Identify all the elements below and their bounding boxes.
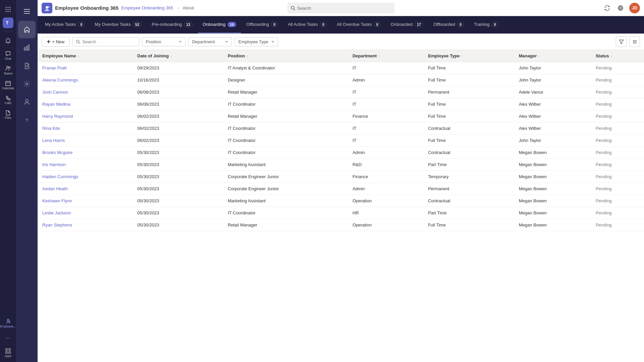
tab-my-active[interactable]: My Active Tasks 0: [40, 16, 89, 34]
breadcrumb-current: About: [183, 5, 194, 10]
doc-side-icon[interactable]: [18, 57, 36, 74]
tab-training[interactable]: Training 0: [469, 16, 503, 34]
cell-manager: Adele Vance: [514, 86, 591, 98]
col-department[interactable]: Department↑: [348, 50, 423, 62]
teams-people-icon[interactable]: Teams: [1, 63, 15, 77]
cell-date: 06/06/2023: [133, 98, 223, 110]
cell-emp_type: Full Time: [423, 74, 514, 86]
position-filter[interactable]: Position: [142, 37, 186, 46]
cell-name[interactable]: Brooks Mcguire: [38, 147, 133, 159]
search-box[interactable]: [72, 37, 139, 46]
col-manager[interactable]: Manager↑: [514, 50, 591, 62]
user-avatar[interactable]: JD: [629, 3, 640, 13]
svg-rect-23: [28, 45, 29, 50]
calendar-nav-icon[interactable]: Calendar: [1, 78, 15, 92]
cell-name[interactable]: Haiden Cummings: [38, 171, 133, 183]
cell-name[interactable]: Lena Harris: [38, 135, 133, 147]
svg-line-35: [79, 42, 80, 43]
tab-badge: 17: [414, 22, 423, 27]
more-apps-icon[interactable]: ···: [1, 331, 15, 345]
tab-pre-onboarding[interactable]: Pre-onboarding 13: [147, 16, 197, 34]
cell-emp_type: Full Time: [423, 98, 514, 110]
grid-dots-icon[interactable]: [1, 3, 15, 16]
sort-arrow-status: ↑: [610, 54, 612, 58]
tab-onboarding[interactable]: Onboarding 16: [198, 16, 241, 34]
breadcrumb-link[interactable]: Employee Onboarding 365: [121, 5, 173, 10]
cell-name[interactable]: Rina Kite: [38, 122, 133, 135]
tab-badge: 0: [271, 22, 278, 27]
activity-nav-icon[interactable]: [1, 34, 15, 47]
svg-point-2: [10, 7, 11, 8]
cell-name[interactable]: Rayan Medina: [38, 98, 133, 110]
cell-position: IT Coordinator: [223, 147, 348, 159]
cell-department: Admin: [348, 183, 423, 195]
help-side-icon[interactable]: ?: [18, 111, 36, 129]
cell-name[interactable]: Iris Harrison: [38, 159, 133, 171]
cell-emp_type: Contractual: [423, 195, 514, 207]
cell-department: Finance: [348, 171, 423, 183]
analytics-side-icon[interactable]: [18, 39, 36, 56]
app-logo-icon: [42, 3, 52, 13]
tab-all-overdue[interactable]: All Overdue Tasks 0: [332, 16, 385, 34]
col-date[interactable]: Date of Joining↑: [133, 50, 223, 62]
files-nav-icon[interactable]: Files: [1, 108, 15, 121]
calls-nav-icon[interactable]: Calls: [1, 93, 15, 106]
table-row: Leslie Jackson05/30/2023IT CoordinatorHR…: [38, 207, 644, 219]
cell-status: Pending: [591, 159, 644, 171]
tab-label: My Active Tasks: [45, 22, 76, 27]
employee-type-filter[interactable]: Employee Type: [235, 37, 278, 46]
cell-name[interactable]: Aleena Cummings: [38, 74, 133, 86]
search-input[interactable]: [82, 39, 129, 44]
cell-name[interactable]: Harry Raymond: [38, 110, 133, 122]
hamburger-nav-icon[interactable]: [18, 3, 36, 20]
svg-line-30: [294, 9, 295, 10]
cell-name[interactable]: Aedan Heath: [38, 183, 133, 195]
cell-name[interactable]: Keshawn Flynn: [38, 195, 133, 207]
table-row: Haiden Cummings05/30/2023Corporate Engin…: [38, 171, 644, 183]
tab-my-overdue[interactable]: My Overdue Tasks 52: [90, 16, 146, 34]
tab-label: My Overdue Tasks: [95, 22, 131, 27]
table-row: Pranav Pratt09/29/2023IT Analyst & Coord…: [38, 62, 644, 74]
globe-icon[interactable]: [616, 3, 625, 13]
new-button[interactable]: + New: [42, 37, 69, 47]
list-view-button[interactable]: [629, 36, 640, 47]
home-side-icon[interactable]: [18, 21, 36, 38]
cell-name[interactable]: Josh Cannon: [38, 86, 133, 98]
filter-icon-button[interactable]: [616, 36, 627, 47]
apps-icon[interactable]: Apps: [1, 346, 15, 359]
col-position[interactable]: Position↑: [223, 50, 348, 62]
refresh-icon[interactable]: [602, 3, 612, 13]
svg-point-0: [6, 7, 7, 8]
teams-logo-icon[interactable]: T: [3, 17, 13, 28]
department-filter[interactable]: Department: [188, 37, 232, 46]
cell-department: R&D: [348, 159, 423, 171]
tab-onboarded[interactable]: Onboarded 17: [386, 16, 428, 34]
chat-nav-icon[interactable]: Chat: [1, 49, 15, 62]
col-name[interactable]: Employee Name↑: [38, 50, 133, 62]
cell-emp_type: Temporary: [423, 171, 514, 183]
employee-onboarding-nav-icon[interactable]: Employee...: [1, 316, 15, 330]
global-search-bar[interactable]: Search: [287, 3, 395, 13]
cell-name[interactable]: Ryan Stephens: [38, 219, 133, 231]
cell-emp_type: Full Time: [423, 219, 514, 231]
cell-name[interactable]: Leslie Jackson: [38, 207, 133, 219]
svg-point-7: [8, 11, 9, 12]
cell-emp_type: Contractual: [423, 147, 514, 159]
cell-manager: Megan Bowen: [514, 159, 591, 171]
settings-side-icon[interactable]: [18, 75, 36, 93]
svg-rect-15: [9, 348, 10, 350]
col-emp_type[interactable]: Employee Type↑: [423, 50, 514, 62]
col-status[interactable]: Status↑: [591, 50, 644, 62]
cell-position: Corporate Engineer Junior: [223, 183, 348, 195]
tab-all-active[interactable]: All Active Tasks 0: [283, 16, 331, 34]
cell-emp_type: Permanent: [423, 183, 514, 195]
sort-arrow-emp_type: ↑: [461, 54, 463, 58]
svg-point-26: [26, 83, 28, 85]
people-side-icon[interactable]: [18, 93, 36, 111]
tab-offboarding[interactable]: Offboarding 0: [242, 16, 283, 34]
sort-arrow-date: ↑: [170, 54, 172, 58]
table-row: Brooks Mcguire05/30/2023IT CoordinatorAd…: [38, 147, 644, 159]
cell-manager: Alex Wilber: [514, 110, 591, 122]
cell-name[interactable]: Pranav Pratt: [38, 62, 133, 74]
tab-offboarded[interactable]: Offboarded 0: [429, 16, 468, 34]
